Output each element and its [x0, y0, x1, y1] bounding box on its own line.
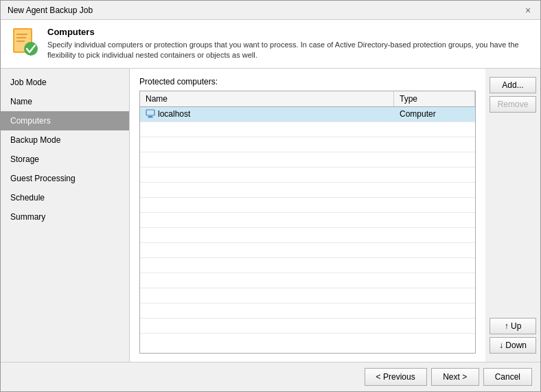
header-title: Computers — [47, 27, 531, 37]
sidebar-item-storage[interactable]: Storage — [1, 150, 129, 169]
title-bar: New Agent Backup Job × — [1, 1, 540, 20]
computers-table: Name Type localhos — [139, 91, 476, 354]
svg-rect-4 — [16, 41, 25, 42]
sidebar-item-computers[interactable]: Computers — [1, 111, 129, 130]
close-button[interactable]: × — [522, 5, 533, 16]
table-row-empty-13 — [140, 303, 475, 319]
header-description: Specify individual computers or protecti… — [47, 40, 531, 61]
right-panel: Protected computers: Name Type — [130, 69, 540, 362]
svg-rect-8 — [148, 117, 153, 118]
svg-rect-7 — [148, 116, 152, 117]
table-row-empty-7 — [140, 213, 475, 228]
table-row-empty-10 — [140, 258, 475, 273]
protected-computers-label: Protected computers: — [139, 77, 476, 87]
cancel-button[interactable]: Cancel — [483, 368, 532, 386]
sidebar-item-name[interactable]: Name — [1, 92, 129, 111]
side-buttons-panel: Add... Remove ↑ Up ↓ Down — [485, 69, 540, 362]
main-window: New Agent Backup Job × Computers Specify… — [0, 0, 541, 392]
table-row-empty-1 — [140, 122, 475, 137]
table-row-empty-3 — [140, 152, 475, 168]
table-row-empty-9 — [140, 243, 475, 258]
sidebar: Job Mode Name Computers Backup Mode Stor… — [1, 69, 130, 362]
previous-button[interactable]: < Previous — [365, 368, 427, 386]
table-header: Name Type — [140, 91, 475, 107]
table-row-empty-8 — [140, 228, 475, 243]
sidebar-item-guest-processing[interactable]: Guest Processing — [1, 169, 129, 188]
type-cell: Computer — [394, 108, 475, 120]
row-name: localhost — [158, 109, 190, 119]
header-text: Computers Specify individual computers o… — [47, 27, 531, 61]
name-column-header: Name — [140, 91, 394, 106]
header-section: Computers Specify individual computers o… — [1, 20, 540, 69]
next-button[interactable]: Next > — [431, 368, 479, 386]
table-row-empty-11 — [140, 273, 475, 288]
sidebar-item-summary[interactable]: Summary — [1, 207, 129, 227]
table-row-empty-14 — [140, 319, 475, 334]
table-row-empty-4 — [140, 168, 475, 183]
window-title: New Agent Backup Job — [8, 5, 93, 15]
remove-button[interactable]: Remove — [490, 96, 536, 113]
table-row-empty-6 — [140, 198, 475, 213]
name-cell: localhost — [140, 108, 394, 120]
content-area: Protected computers: Name Type — [130, 69, 485, 362]
type-column-header: Type — [394, 91, 475, 106]
svg-rect-6 — [146, 110, 154, 115]
sidebar-item-backup-mode[interactable]: Backup Mode — [1, 130, 129, 150]
table-body: localhost Computer — [140, 107, 475, 353]
computer-icon — [146, 109, 155, 119]
main-content: Job Mode Name Computers Backup Mode Stor… — [1, 69, 540, 362]
table-row-empty-2 — [140, 137, 475, 152]
up-button[interactable]: ↑ Up — [490, 318, 536, 334]
table-row[interactable]: localhost Computer — [140, 107, 475, 122]
sidebar-item-job-mode[interactable]: Job Mode — [1, 73, 129, 92]
table-row-empty-12 — [140, 288, 475, 303]
svg-rect-2 — [16, 34, 27, 35]
sidebar-item-schedule[interactable]: Schedule — [1, 188, 129, 207]
down-button[interactable]: ↓ Down — [490, 337, 536, 354]
table-row-empty-5 — [140, 183, 475, 198]
add-button[interactable]: Add... — [490, 77, 536, 93]
header-icon — [10, 27, 39, 56]
footer: < Previous Next > Cancel — [1, 362, 540, 391]
svg-rect-3 — [16, 37, 26, 38]
